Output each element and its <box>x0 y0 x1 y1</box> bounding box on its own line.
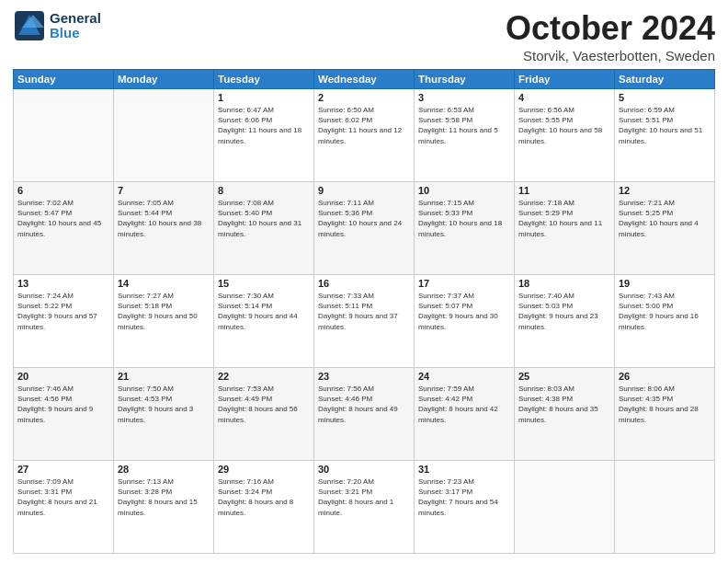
day-info: Sunrise: 7:18 AM Sunset: 5:29 PM Dayligh… <box>518 198 610 239</box>
sunrise: Sunrise: 7:08 AM <box>218 199 274 207</box>
logo-icon <box>13 9 46 42</box>
sunset: Sunset: 5:07 PM <box>418 302 472 310</box>
day-number: 22 <box>218 371 310 382</box>
sunset: Sunset: 6:02 PM <box>318 116 372 124</box>
day-cell: 15 Sunrise: 7:30 AM Sunset: 5:14 PM Dayl… <box>214 275 314 368</box>
daylight: Daylight: 7 hours and 54 minutes. <box>418 498 498 516</box>
sunset: Sunset: 5:25 PM <box>619 209 673 217</box>
day-number: 27 <box>17 464 109 475</box>
day-number: 18 <box>518 278 610 289</box>
sunset: Sunset: 5:36 PM <box>318 209 372 217</box>
day-number: 16 <box>318 278 410 289</box>
sunset: Sunset: 4:35 PM <box>619 395 673 403</box>
sunrise: Sunrise: 8:03 AM <box>518 385 574 393</box>
sunset: Sunset: 5:00 PM <box>619 302 673 310</box>
day-info: Sunrise: 8:03 AM Sunset: 4:38 PM Dayligh… <box>518 384 610 425</box>
day-info: Sunrise: 7:43 AM Sunset: 5:00 PM Dayligh… <box>619 291 711 332</box>
sunset: Sunset: 5:58 PM <box>418 116 472 124</box>
day-info: Sunrise: 7:53 AM Sunset: 4:49 PM Dayligh… <box>218 384 310 425</box>
day-number: 12 <box>619 185 711 196</box>
day-info: Sunrise: 7:02 AM Sunset: 5:47 PM Dayligh… <box>17 198 109 239</box>
sunrise: Sunrise: 7:33 AM <box>318 292 374 300</box>
title-block: October 2024 Storvik, Vaesterbotten, Swe… <box>506 9 715 63</box>
daylight: Daylight: 10 hours and 24 minutes. <box>318 219 402 237</box>
day-info: Sunrise: 7:46 AM Sunset: 4:56 PM Dayligh… <box>17 384 109 425</box>
sunset: Sunset: 5:55 PM <box>518 116 573 124</box>
sunset: Sunset: 5:14 PM <box>218 302 272 310</box>
day-cell: 6 Sunrise: 7:02 AM Sunset: 5:47 PM Dayli… <box>14 182 114 275</box>
daylight: Daylight: 11 hours and 12 minutes. <box>318 126 402 144</box>
day-info: Sunrise: 7:16 AM Sunset: 3:24 PM Dayligh… <box>218 477 310 518</box>
sunset: Sunset: 3:24 PM <box>218 488 272 496</box>
sunrise: Sunrise: 7:18 AM <box>518 199 574 207</box>
daylight: Daylight: 8 hours and 35 minutes. <box>518 405 598 423</box>
day-number: 6 <box>17 185 109 196</box>
sunrise: Sunrise: 7:24 AM <box>17 292 74 300</box>
daylight: Daylight: 9 hours and 30 minutes. <box>418 312 498 330</box>
day-info: Sunrise: 7:24 AM Sunset: 5:22 PM Dayligh… <box>17 291 109 332</box>
col-wednesday: Wednesday <box>314 70 415 89</box>
sunset: Sunset: 5:18 PM <box>118 302 172 310</box>
day-cell: 11 Sunrise: 7:18 AM Sunset: 5:29 PM Dayl… <box>515 182 615 275</box>
day-cell: 31 Sunrise: 7:23 AM Sunset: 3:17 PM Dayl… <box>415 461 515 554</box>
calendar-header: Sunday Monday Tuesday Wednesday Thursday… <box>14 70 715 89</box>
day-info: Sunrise: 7:37 AM Sunset: 5:07 PM Dayligh… <box>418 291 510 332</box>
day-info: Sunrise: 7:13 AM Sunset: 3:28 PM Dayligh… <box>118 477 210 518</box>
day-info: Sunrise: 7:15 AM Sunset: 5:33 PM Dayligh… <box>418 198 510 239</box>
calendar: Sunday Monday Tuesday Wednesday Thursday… <box>13 69 715 554</box>
day-number: 25 <box>518 371 610 382</box>
col-tuesday: Tuesday <box>214 70 314 89</box>
week-row-1: 1 Sunrise: 6:47 AM Sunset: 6:06 PM Dayli… <box>14 89 715 182</box>
day-number: 9 <box>318 185 410 196</box>
day-info: Sunrise: 7:11 AM Sunset: 5:36 PM Dayligh… <box>318 198 410 239</box>
daylight: Daylight: 11 hours and 18 minutes. <box>218 126 301 144</box>
daylight: Daylight: 10 hours and 4 minutes. <box>619 219 699 237</box>
day-cell: 10 Sunrise: 7:15 AM Sunset: 5:33 PM Dayl… <box>415 182 515 275</box>
week-row-5: 27 Sunrise: 7:09 AM Sunset: 3:31 PM Dayl… <box>14 461 715 554</box>
day-info: Sunrise: 6:53 AM Sunset: 5:58 PM Dayligh… <box>418 105 510 146</box>
sunset: Sunset: 5:22 PM <box>17 302 72 310</box>
day-cell: 8 Sunrise: 7:08 AM Sunset: 5:40 PM Dayli… <box>214 182 314 275</box>
day-info: Sunrise: 7:21 AM Sunset: 5:25 PM Dayligh… <box>619 198 711 239</box>
sunrise: Sunrise: 8:06 AM <box>619 385 675 393</box>
header: General Blue October 2024 Storvik, Vaest… <box>13 9 715 63</box>
sunset: Sunset: 4:38 PM <box>518 395 573 403</box>
week-row-4: 20 Sunrise: 7:46 AM Sunset: 4:56 PM Dayl… <box>14 368 715 461</box>
day-number: 23 <box>318 371 410 382</box>
day-number: 19 <box>619 278 711 289</box>
sunset: Sunset: 5:29 PM <box>518 209 573 217</box>
day-cell: 20 Sunrise: 7:46 AM Sunset: 4:56 PM Dayl… <box>14 368 114 461</box>
day-number: 2 <box>318 92 410 103</box>
daylight: Daylight: 8 hours and 49 minutes. <box>318 405 398 423</box>
daylight: Daylight: 8 hours and 56 minutes. <box>218 405 298 423</box>
day-cell: 26 Sunrise: 8:06 AM Sunset: 4:35 PM Dayl… <box>615 368 715 461</box>
day-cell: 1 Sunrise: 6:47 AM Sunset: 6:06 PM Dayli… <box>214 89 314 182</box>
daylight: Daylight: 10 hours and 38 minutes. <box>118 219 201 237</box>
day-number: 10 <box>418 185 510 196</box>
daylight: Daylight: 9 hours and 9 minutes. <box>17 405 93 423</box>
sunset: Sunset: 3:28 PM <box>118 488 172 496</box>
daylight: Daylight: 10 hours and 18 minutes. <box>418 219 502 237</box>
sunrise: Sunrise: 7:23 AM <box>418 477 474 486</box>
col-saturday: Saturday <box>615 70 715 89</box>
sunrise: Sunrise: 7:37 AM <box>418 292 474 300</box>
day-cell: 18 Sunrise: 7:40 AM Sunset: 5:03 PM Dayl… <box>515 275 615 368</box>
day-info: Sunrise: 7:08 AM Sunset: 5:40 PM Dayligh… <box>218 198 310 239</box>
day-number: 24 <box>418 371 510 382</box>
calendar-body: 1 Sunrise: 6:47 AM Sunset: 6:06 PM Dayli… <box>14 89 715 554</box>
day-cell: 9 Sunrise: 7:11 AM Sunset: 5:36 PM Dayli… <box>314 182 415 275</box>
day-number: 4 <box>518 92 610 103</box>
day-cell <box>14 89 114 182</box>
day-info: Sunrise: 7:27 AM Sunset: 5:18 PM Dayligh… <box>118 291 210 332</box>
day-info: Sunrise: 7:33 AM Sunset: 5:11 PM Dayligh… <box>318 291 410 332</box>
day-number: 26 <box>619 371 711 382</box>
daylight: Daylight: 10 hours and 45 minutes. <box>17 219 101 237</box>
sunset: Sunset: 5:11 PM <box>318 302 372 310</box>
sunrise: Sunrise: 7:16 AM <box>218 477 274 486</box>
sunset: Sunset: 4:49 PM <box>218 395 272 403</box>
day-cell: 7 Sunrise: 7:05 AM Sunset: 5:44 PM Dayli… <box>114 182 214 275</box>
day-cell: 4 Sunrise: 6:56 AM Sunset: 5:55 PM Dayli… <box>515 89 615 182</box>
col-thursday: Thursday <box>415 70 515 89</box>
sunset: Sunset: 4:56 PM <box>17 395 72 403</box>
day-cell: 27 Sunrise: 7:09 AM Sunset: 3:31 PM Dayl… <box>14 461 114 554</box>
